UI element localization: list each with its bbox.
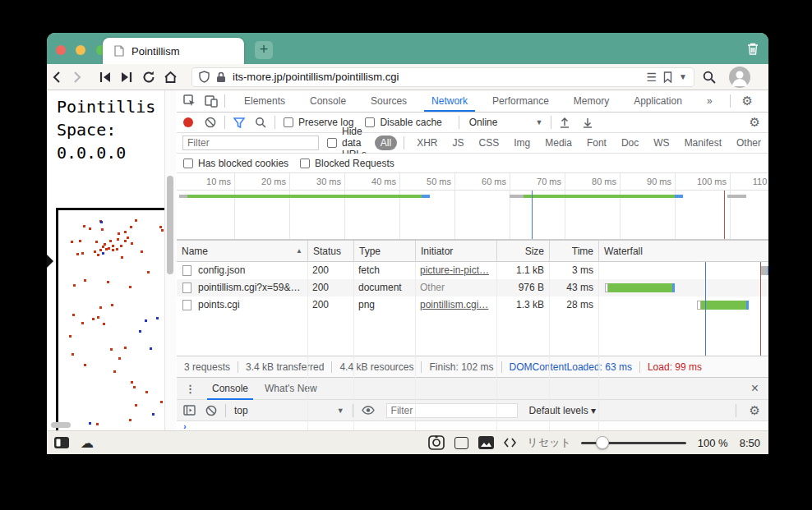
- settings-gear-icon[interactable]: ⚙: [742, 94, 753, 108]
- column-header-name[interactable]: Name ▲: [177, 241, 307, 262]
- device-toolbar-icon[interactable]: [205, 95, 218, 108]
- url-text[interactable]: its-more.jp/pointillism/pointillism.cgi: [233, 71, 640, 83]
- session-back-icon[interactable]: [99, 71, 121, 83]
- tab-network[interactable]: Network: [419, 90, 480, 112]
- filter-pill-font[interactable]: Font: [581, 136, 612, 150]
- import-har-icon[interactable]: [560, 117, 570, 128]
- page-scrollbar-thumb[interactable]: [167, 176, 173, 274]
- tab-console[interactable]: Console: [298, 90, 358, 112]
- eye-icon[interactable]: [362, 406, 375, 415]
- drawer-tab-what-s-new[interactable]: What's New: [256, 378, 325, 400]
- new-tab-button[interactable]: +: [255, 41, 273, 59]
- tab-elements[interactable]: Elements: [232, 90, 298, 112]
- cell-size: 1.1 kB: [496, 262, 549, 279]
- code-icon[interactable]: [504, 438, 516, 448]
- url-bar[interactable]: its-more.jp/pointillism/pointillism.cgi …: [191, 67, 694, 87]
- reader-mode-icon[interactable]: ☰: [647, 71, 657, 84]
- column-header-status[interactable]: Status: [307, 241, 353, 262]
- urlbar-dropdown-icon[interactable]: ▼: [679, 72, 687, 81]
- filter-pill-all[interactable]: All: [375, 136, 397, 150]
- network-search-icon[interactable]: [255, 117, 266, 128]
- zoom-slider-knob[interactable]: [596, 436, 609, 449]
- table-row[interactable]: config.json200fetchpicture-in-pict…1.1 k…: [177, 262, 768, 279]
- filter-pill-manifest[interactable]: Manifest: [679, 136, 727, 150]
- minimize-window-button[interactable]: [76, 45, 85, 55]
- home-button[interactable]: [164, 71, 185, 84]
- filter-pill-other[interactable]: Other: [731, 136, 767, 150]
- filter-funnel-icon[interactable]: [233, 117, 245, 128]
- drawer-menu-icon[interactable]: ⋮: [185, 383, 196, 395]
- cell-initiator[interactable]: picture-in-pict…: [415, 262, 496, 279]
- inspect-element-icon[interactable]: [183, 94, 196, 108]
- column-header-time[interactable]: Time: [549, 241, 598, 262]
- reset-button[interactable]: リセット: [528, 435, 571, 450]
- column-header-initiator[interactable]: Initiator: [415, 241, 496, 262]
- hide-data-urls-checkbox[interactable]: [327, 138, 337, 148]
- more-tabs-button[interactable]: »: [694, 90, 725, 112]
- console-filter-input[interactable]: [386, 403, 518, 418]
- overview-request-bar: [187, 195, 422, 198]
- filter-pill-doc[interactable]: Doc: [616, 136, 644, 150]
- console-sidebar-icon[interactable]: [183, 405, 196, 416]
- filter-pill-ws[interactable]: WS: [648, 136, 675, 150]
- lock-icon[interactable]: [216, 71, 226, 83]
- tab-sources[interactable]: Sources: [358, 90, 419, 112]
- zoom-slider[interactable]: [581, 442, 686, 444]
- drawer-tab-console[interactable]: Console: [204, 378, 256, 400]
- preserve-log-checkbox[interactable]: [284, 117, 293, 127]
- cell-initiator[interactable]: pointillism.cgi…: [415, 296, 496, 314]
- tab-performance[interactable]: Performance: [480, 90, 561, 112]
- red-dot: [116, 248, 118, 250]
- sidebar-toggle-icon[interactable]: [54, 437, 69, 448]
- table-row[interactable]: points.cgi200pngpointillism.cgi…1.3 kB28…: [177, 296, 768, 314]
- browser-tab[interactable]: Pointillism: [103, 38, 244, 64]
- tab-memory[interactable]: Memory: [561, 90, 621, 112]
- session-forward-icon[interactable]: [121, 71, 142, 83]
- clear-console-icon[interactable]: [205, 405, 217, 416]
- trash-icon[interactable]: [746, 42, 759, 56]
- filter-pill-js[interactable]: JS: [447, 136, 470, 150]
- page-hscrollbar-thumb[interactable]: [51, 422, 71, 428]
- column-header-waterfall[interactable]: Waterfall: [598, 241, 768, 262]
- pointillism-canvas[interactable]: [56, 208, 167, 430]
- filter-pill-xhr[interactable]: XHR: [411, 136, 443, 150]
- back-button[interactable]: [52, 71, 73, 84]
- cell-name: points.cgi: [193, 296, 307, 314]
- forward-button[interactable]: [73, 71, 95, 84]
- column-header-type[interactable]: Type: [353, 241, 415, 262]
- filter-pill-css[interactable]: CSS: [473, 136, 505, 150]
- throttling-select[interactable]: Online: [469, 117, 498, 128]
- column-header-size[interactable]: Size: [496, 241, 549, 262]
- record-button[interactable]: [183, 117, 193, 127]
- close-window-button[interactable]: [56, 45, 66, 55]
- window-capture-icon[interactable]: [454, 437, 468, 449]
- blocked-requests-checkbox[interactable]: [300, 159, 310, 168]
- camera-icon[interactable]: [428, 435, 445, 450]
- devtools-menu-icon[interactable]: ⋮: [766, 94, 768, 108]
- console-prompt-row[interactable]: ›: [177, 421, 768, 430]
- default-levels-select[interactable]: Default levels ▾: [529, 405, 596, 416]
- filter-pill-media[interactable]: Media: [539, 136, 578, 150]
- avatar[interactable]: [729, 67, 750, 88]
- console-settings-gear-icon[interactable]: ⚙: [750, 403, 760, 418]
- edge-arrow-icon[interactable]: [47, 255, 53, 268]
- cloud-icon[interactable]: ☁: [81, 435, 94, 451]
- request-table-header: Name ▲StatusTypeInitiatorSizeTimeWaterfa…: [177, 241, 768, 262]
- filter-pill-img[interactable]: Img: [508, 136, 536, 150]
- search-icon[interactable]: [703, 71, 724, 84]
- clear-icon[interactable]: [205, 117, 216, 128]
- drawer-close-icon[interactable]: ×: [751, 381, 759, 396]
- export-har-icon[interactable]: [583, 117, 593, 128]
- network-settings-gear-icon[interactable]: ⚙: [750, 115, 760, 130]
- table-row[interactable]: pointillism.cgi?x=59&…200documentOther97…: [177, 279, 768, 296]
- has-blocked-cookies-checkbox[interactable]: [183, 159, 193, 168]
- network-filter-input[interactable]: [182, 136, 319, 150]
- tab-application[interactable]: Application: [621, 90, 694, 112]
- image-thumbnail-icon[interactable]: [478, 436, 494, 449]
- red-dot: [69, 335, 72, 338]
- network-overview-timeline[interactable]: 10 ms20 ms30 ms40 ms50 ms60 ms70 ms80 ms…: [177, 173, 768, 241]
- reload-button[interactable]: [142, 71, 164, 84]
- console-context-select[interactable]: top: [234, 405, 248, 416]
- shield-icon[interactable]: [199, 71, 210, 83]
- bookmark-icon[interactable]: [663, 71, 672, 83]
